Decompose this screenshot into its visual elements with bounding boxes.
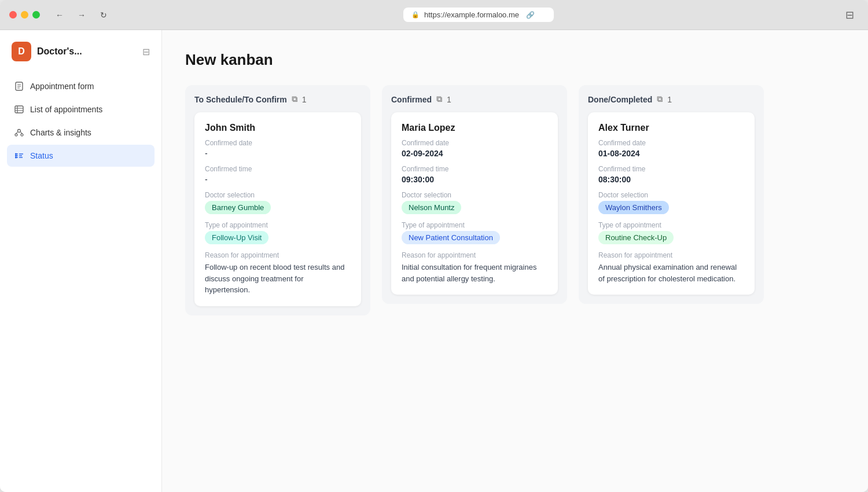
confirmed-date-label: Confirmed date [598,139,744,147]
charts-icon [14,127,24,138]
copy-icon: ⧉ [436,94,442,104]
confirmed-date-value: 01-08-2024 [598,149,744,158]
doctor-selection-label: Doctor selection [598,191,744,199]
page-title: New kanban [185,51,845,69]
back-button[interactable]: ← [52,7,68,23]
column-header-to-schedule: To Schedule/To Confirm ⧉ 1 [194,94,361,104]
close-button[interactable] [9,11,17,19]
svg-point-16 [15,153,17,155]
svg-line-12 [21,132,23,134]
kanban-column-done: Done/Completed ⧉ 1 Alex Turner Confirmed… [579,85,764,304]
confirmed-time-label: Confirmed time [598,165,744,173]
doctor-badge: Waylon Smithers [598,201,669,214]
doctor-selection-label: Doctor selection [402,191,547,199]
patient-name: John Smith [205,123,351,133]
column-title: Confirmed [391,95,432,104]
svg-point-17 [15,155,17,157]
sidebar-toggle-icon[interactable]: ⊟ [142,46,150,57]
lock-icon: 🔒 [411,11,420,19]
sidebar: D Doctor's... ⊟ Appointment fo [0,30,162,492]
appointment-type-badge: New Patient Consultation [402,231,500,244]
confirmed-date-label: Confirmed date [402,139,547,147]
doctor-badge: Barney Gumble [205,201,271,214]
appointment-type-badge: Follow-Up Visit [205,231,269,244]
reason-text: Annual physical examination and renewal … [598,262,744,284]
sidebar-item-label: Status [30,151,53,160]
browser-body: D Doctor's... ⊟ Appointment fo [0,30,868,492]
forward-button[interactable]: → [73,7,90,23]
appointment-type-badge: Routine Check-Up [598,231,674,244]
logo-left: D Doctor's... [12,42,82,61]
svg-point-9 [15,134,17,136]
kanban-column-confirmed: Confirmed ⧉ 1 Maria Lopez Confirmed date… [382,85,567,304]
column-count: 1 [302,95,307,104]
sidebar-item-appointment-form[interactable]: Appointment form [7,75,155,97]
svg-line-11 [16,132,18,134]
appointment-type-label: Type of appointment [598,221,744,229]
doctor-selection-label: Doctor selection [205,191,351,199]
app-name: Doctor's... [37,46,82,57]
confirmed-date-label: Confirmed date [205,139,351,147]
status-icon [14,150,24,161]
confirmed-time-value: 09:30:00 [402,175,547,184]
minimize-button[interactable] [21,11,28,19]
copy-icon: ⧉ [292,94,297,104]
document-icon [14,81,24,91]
kanban-board: To Schedule/To Confirm ⧉ 1 John Smith Co… [185,85,845,315]
confirmed-date-value: - [205,149,351,158]
appointment-type-label: Type of appointment [402,221,547,229]
kanban-card[interactable]: Maria Lopez Confirmed date 02-09-2024 Co… [391,112,558,295]
link-icon: 🔗 [526,11,535,19]
sidebar-nav: Appointment form List of appointments [0,75,161,167]
kanban-column-to-schedule: To Schedule/To Confirm ⧉ 1 John Smith Co… [185,85,370,315]
refresh-button[interactable]: ↻ [95,7,112,23]
kanban-card[interactable]: Alex Turner Confirmed date 01-08-2024 Co… [588,112,755,295]
svg-point-18 [15,157,17,159]
sidebar-item-status[interactable]: Status [7,145,155,167]
confirmed-time-label: Confirmed time [205,165,351,173]
sidebar-item-label: Appointment form [30,82,94,91]
app-logo-icon: D [12,42,31,61]
browser-titlebar: ← → ↻ 🔒 https://example.formaloo.me 🔗 ⊟ [0,0,868,30]
confirmed-date-value: 02-09-2024 [402,149,547,158]
fullscreen-button[interactable] [32,11,40,19]
patient-name: Alex Turner [598,123,744,133]
reason-text: Follow-up on recent blood test results a… [205,262,351,296]
confirmed-time-value: 08:30:00 [598,175,744,184]
browser-nav: ← → ↻ [52,7,112,23]
confirmed-time-label: Confirmed time [402,165,547,173]
layout-toggle[interactable]: ⊟ [845,9,854,21]
column-header-confirmed: Confirmed ⧉ 1 [391,94,558,104]
url-bar[interactable]: 🔒 https://example.formaloo.me 🔗 [403,8,554,22]
url-text: https://example.formaloo.me [424,10,519,19]
column-count: 1 [447,95,451,104]
column-count: 1 [667,95,672,104]
svg-point-10 [21,134,23,136]
sidebar-logo: D Doctor's... ⊟ [0,42,161,75]
column-title: Done/Completed [588,95,652,104]
sidebar-item-list-appointments[interactable]: List of appointments [7,98,155,120]
svg-rect-4 [15,106,23,113]
browser-window: ← → ↻ 🔒 https://example.formaloo.me 🔗 ⊟ … [0,0,868,492]
svg-point-8 [18,130,21,133]
sidebar-item-label: List of appointments [30,105,102,114]
sidebar-item-label: Charts & insights [30,128,91,137]
list-icon [14,104,24,115]
copy-icon: ⧉ [657,94,663,104]
column-header-done: Done/Completed ⧉ 1 [588,94,755,104]
doctor-badge: Nelson Muntz [402,201,461,214]
reason-label: Reason for appointment [598,251,744,259]
traffic-lights [9,11,40,19]
reason-label: Reason for appointment [205,251,351,259]
confirmed-time-value: - [205,175,351,184]
patient-name: Maria Lopez [402,123,547,133]
appointment-type-label: Type of appointment [205,221,351,229]
sidebar-item-charts[interactable]: Charts & insights [7,122,155,144]
address-bar: 🔒 https://example.formaloo.me 🔗 [119,8,838,22]
kanban-card[interactable]: John Smith Confirmed date - Confirmed ti… [194,112,361,306]
main-content: New kanban To Schedule/To Confirm ⧉ 1 Jo… [162,30,868,492]
reason-label: Reason for appointment [402,251,547,259]
column-title: To Schedule/To Confirm [194,95,287,104]
reason-text: Initial consultation for frequent migrai… [402,262,547,284]
